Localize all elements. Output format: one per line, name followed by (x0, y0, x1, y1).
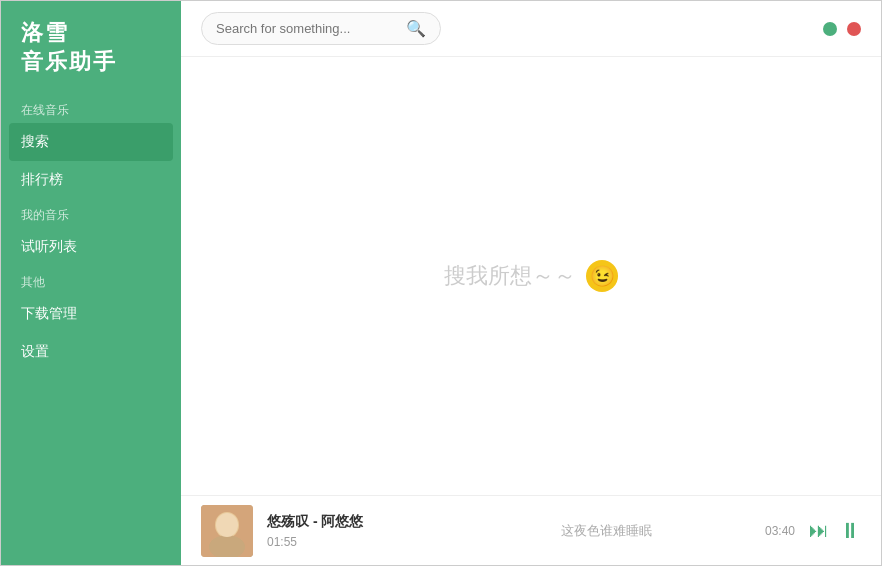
player-info: 悠殇叹 - 阿悠悠 01:55 (267, 513, 467, 549)
content-area: 🔍 搜我所想～～ 😉 (181, 1, 881, 565)
player-lyrics: 这夜色谁难睡眠 (481, 522, 731, 540)
sidebar-item-settings[interactable]: 设置 (1, 333, 181, 371)
player-bar: 悠殇叹 - 阿悠悠 01:55 这夜色谁难睡眠 03:40 ⏭ ⏸ (181, 495, 881, 565)
svg-point-3 (216, 513, 238, 537)
content-main: 搜我所想～～ 😉 (181, 57, 881, 495)
topbar: 🔍 (181, 1, 881, 57)
search-icon[interactable]: 🔍 (406, 19, 426, 38)
next-button[interactable]: ⏭ (809, 519, 829, 542)
sidebar-item-ranking[interactable]: 排行榜 (1, 161, 181, 199)
player-duration: 03:40 (745, 524, 795, 538)
search-input[interactable] (216, 21, 406, 36)
topbar-dots (823, 22, 861, 36)
sidebar-item-search[interactable]: 搜索 (9, 123, 173, 161)
album-art (201, 505, 253, 557)
section-label-other: 其他 (1, 266, 181, 295)
search-box[interactable]: 🔍 (201, 12, 441, 45)
player-current-time: 01:55 (267, 535, 467, 549)
sidebar-item-trial-list[interactable]: 试听列表 (1, 228, 181, 266)
player-thumb (201, 505, 253, 557)
pause-button[interactable]: ⏸ (839, 518, 861, 544)
smiley-icon: 😉 (586, 260, 618, 292)
app-container: 洛雪 音乐助手 在线音乐 搜索 排行榜 我的音乐 试听列表 其他 下载管理 设置 (0, 0, 882, 566)
section-label-online: 在线音乐 (1, 94, 181, 123)
dot-green[interactable] (823, 22, 837, 36)
empty-hint: 搜我所想～～ 😉 (444, 260, 618, 292)
dot-red[interactable] (847, 22, 861, 36)
sidebar-item-download[interactable]: 下载管理 (1, 295, 181, 333)
player-title: 悠殇叹 - 阿悠悠 (267, 513, 467, 531)
main-area: 洛雪 音乐助手 在线音乐 搜索 排行榜 我的音乐 试听列表 其他 下载管理 设置 (1, 1, 881, 565)
section-label-my: 我的音乐 (1, 199, 181, 228)
player-controls: ⏭ ⏸ (809, 518, 861, 544)
sidebar: 洛雪 音乐助手 在线音乐 搜索 排行榜 我的音乐 试听列表 其他 下载管理 设置 (1, 1, 181, 565)
app-logo: 洛雪 音乐助手 (1, 1, 181, 94)
empty-hint-text: 搜我所想～～ (444, 261, 576, 291)
